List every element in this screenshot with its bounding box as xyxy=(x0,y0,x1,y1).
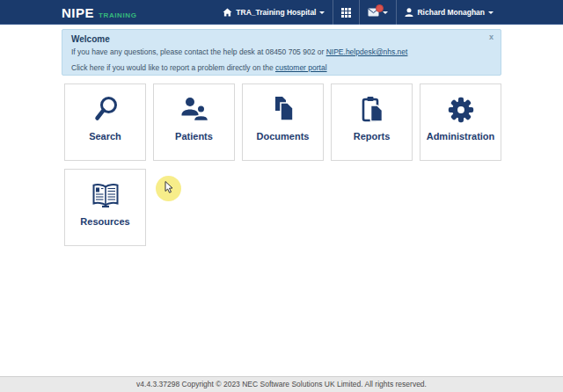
user-menu[interactable]: Richard Monaghan xyxy=(397,0,501,25)
chevron-down-icon xyxy=(383,11,388,14)
documents-icon xyxy=(267,84,299,125)
brand-name: NIPE xyxy=(62,5,94,20)
tile-label: Patients xyxy=(175,131,213,142)
chevron-down-icon xyxy=(488,11,494,14)
tile-label: Search xyxy=(89,131,121,142)
user-icon xyxy=(405,8,413,17)
app-logo[interactable]: NIPE TRAINING xyxy=(62,5,136,20)
close-icon[interactable]: x xyxy=(489,33,494,41)
alert-helpdesk-text: If you have any questions, please contac… xyxy=(71,47,326,56)
home-icon xyxy=(223,8,232,17)
search-icon xyxy=(90,84,121,125)
chevron-down-icon xyxy=(319,11,325,14)
user-name: Richard Monaghan xyxy=(417,8,485,17)
brand-environment-label: TRAINING xyxy=(99,11,136,19)
tile-label: Administration xyxy=(427,131,495,142)
top-navbar: NIPE TRAINING TRA_Training Hospital xyxy=(0,0,563,25)
alert-title: Welcome xyxy=(71,34,492,44)
customer-portal-link[interactable]: customer portal xyxy=(275,63,327,72)
footer: v4.4.3.37298 Copyright © 2023 NEC Softwa… xyxy=(0,376,563,392)
reports-icon xyxy=(356,84,388,125)
mouse-cursor-icon xyxy=(165,181,175,197)
grid-icon xyxy=(341,8,351,18)
footer-version-copyright: v4.4.3.37298 Copyright © 2023 NEC Softwa… xyxy=(136,380,427,388)
tile-administration[interactable]: Administration xyxy=(420,83,501,161)
tile-label: Resources xyxy=(80,216,129,227)
helpdesk-email-link[interactable]: NIPE.helpdesk@nhs.net xyxy=(326,47,408,56)
administration-icon xyxy=(446,84,476,125)
tile-label: Documents xyxy=(257,131,310,142)
tile-label: Reports xyxy=(354,131,391,142)
tile-documents[interactable]: Documents xyxy=(242,83,324,161)
tile-search[interactable]: Search xyxy=(64,83,146,161)
patients-icon xyxy=(179,84,210,125)
messages-button[interactable] xyxy=(360,0,396,25)
apps-grid-button[interactable] xyxy=(333,0,359,25)
hospital-dropdown[interactable]: TRA_Training Hospital xyxy=(215,0,333,25)
tile-patients[interactable]: Patients xyxy=(153,83,235,161)
resources-icon xyxy=(90,170,121,210)
tile-reports[interactable]: Reports xyxy=(331,83,413,161)
alert-report-text: Click here if you would like to report a… xyxy=(71,63,275,72)
welcome-alert: Welcome If you have any questions, pleas… xyxy=(62,29,501,76)
hospital-name: TRA_Training Hospital xyxy=(236,8,316,17)
tile-resources[interactable]: Resources xyxy=(64,169,146,246)
